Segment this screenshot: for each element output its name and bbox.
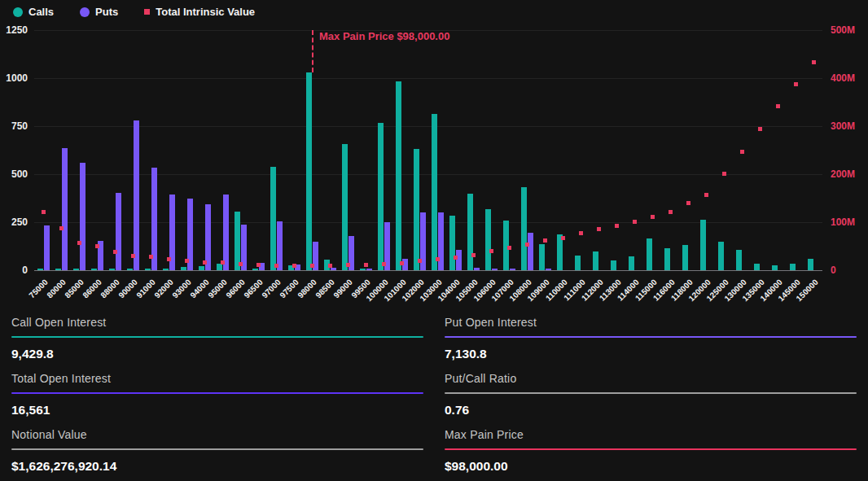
intrinsic-dot[interactable]: [525, 243, 529, 247]
calls-bar[interactable]: [736, 250, 742, 270]
intrinsic-dot[interactable]: [436, 257, 440, 261]
intrinsic-dot[interactable]: [776, 104, 780, 108]
puts-bar[interactable]: [474, 268, 480, 270]
intrinsic-dot[interactable]: [507, 246, 511, 250]
puts-bar[interactable]: [223, 195, 229, 270]
calls-bar[interactable]: [664, 248, 670, 270]
calls-bar[interactable]: [109, 269, 115, 270]
intrinsic-dot[interactable]: [256, 263, 261, 267]
intrinsic-dot[interactable]: [579, 231, 583, 235]
intrinsic-dot[interactable]: [597, 227, 601, 231]
intrinsic-dot[interactable]: [400, 261, 404, 265]
calls-bar[interactable]: [127, 269, 133, 270]
intrinsic-dot[interactable]: [651, 215, 655, 219]
intrinsic-dot[interactable]: [794, 82, 798, 86]
intrinsic-dot[interactable]: [561, 236, 565, 240]
puts-bar[interactable]: [438, 212, 444, 271]
calls-bar[interactable]: [270, 167, 276, 270]
intrinsic-dot[interactable]: [203, 260, 207, 265]
puts-bar[interactable]: [331, 268, 336, 270]
puts-bar[interactable]: [80, 163, 85, 270]
calls-bar[interactable]: [360, 269, 366, 270]
calls-bar[interactable]: [199, 266, 204, 270]
calls-bar[interactable]: [163, 269, 169, 270]
legend-item-intrinsic[interactable]: Total Intrinsic Value: [144, 6, 255, 18]
puts-bar[interactable]: [456, 250, 462, 270]
calls-bar[interactable]: [91, 269, 97, 270]
calls-bar[interactable]: [181, 267, 186, 270]
intrinsic-dot[interactable]: [615, 224, 619, 228]
calls-bar[interactable]: [145, 269, 151, 270]
intrinsic-dot[interactable]: [77, 241, 81, 245]
calls-bar[interactable]: [808, 259, 813, 270]
calls-bar[interactable]: [37, 269, 43, 270]
intrinsic-dot[interactable]: [471, 253, 476, 257]
intrinsic-dot[interactable]: [722, 172, 726, 176]
calls-bar[interactable]: [342, 144, 348, 270]
intrinsic-dot[interactable]: [131, 254, 135, 258]
calls-bar[interactable]: [682, 245, 688, 270]
puts-bar[interactable]: [44, 225, 50, 270]
calls-bar[interactable]: [539, 244, 545, 270]
calls-bar[interactable]: [217, 264, 222, 270]
intrinsic-dot[interactable]: [42, 210, 46, 214]
calls-bar[interactable]: [611, 260, 616, 270]
calls-bar[interactable]: [593, 251, 598, 270]
calls-bar[interactable]: [647, 238, 652, 270]
calls-bar[interactable]: [432, 114, 437, 270]
intrinsic-dot[interactable]: [95, 244, 99, 248]
calls-bar[interactable]: [790, 264, 796, 270]
calls-bar[interactable]: [700, 220, 706, 270]
intrinsic-dot[interactable]: [812, 60, 816, 64]
intrinsic-dot[interactable]: [454, 256, 458, 260]
puts-bar[interactable]: [510, 269, 515, 270]
calls-bar[interactable]: [521, 187, 527, 270]
intrinsic-dot[interactable]: [633, 220, 637, 224]
intrinsic-dot[interactable]: [740, 150, 744, 154]
intrinsic-dot[interactable]: [704, 193, 708, 197]
calls-bar[interactable]: [449, 216, 455, 270]
calls-bar[interactable]: [235, 212, 240, 270]
intrinsic-dot[interactable]: [669, 210, 673, 214]
legend-item-puts[interactable]: Puts: [80, 6, 118, 18]
intrinsic-dot[interactable]: [113, 250, 117, 254]
intrinsic-dot[interactable]: [239, 262, 243, 266]
intrinsic-dot[interactable]: [328, 264, 332, 268]
puts-bar[interactable]: [116, 193, 121, 270]
calls-bar[interactable]: [485, 209, 491, 270]
intrinsic-dot[interactable]: [274, 264, 278, 268]
puts-bar[interactable]: [492, 269, 498, 270]
calls-bar[interactable]: [718, 242, 724, 270]
intrinsic-dot[interactable]: [686, 201, 690, 205]
puts-bar[interactable]: [546, 269, 551, 270]
calls-bar[interactable]: [378, 123, 384, 270]
intrinsic-dot[interactable]: [364, 263, 368, 267]
intrinsic-dot[interactable]: [167, 257, 171, 261]
intrinsic-dot[interactable]: [221, 260, 225, 265]
calls-bar[interactable]: [414, 149, 419, 270]
puts-bar[interactable]: [366, 269, 372, 270]
intrinsic-dot[interactable]: [310, 264, 314, 268]
intrinsic-dot[interactable]: [758, 127, 762, 131]
intrinsic-dot[interactable]: [59, 226, 64, 230]
intrinsic-dot[interactable]: [292, 264, 296, 268]
calls-bar[interactable]: [306, 72, 312, 270]
intrinsic-dot[interactable]: [185, 259, 189, 263]
puts-bar[interactable]: [528, 233, 533, 270]
calls-bar[interactable]: [467, 194, 473, 270]
calls-bar[interactable]: [396, 81, 401, 270]
legend-item-calls[interactable]: Calls: [13, 6, 54, 18]
intrinsic-dot[interactable]: [382, 262, 386, 266]
intrinsic-dot[interactable]: [418, 259, 422, 263]
intrinsic-dot[interactable]: [543, 238, 547, 243]
calls-bar[interactable]: [73, 269, 79, 270]
calls-bar[interactable]: [754, 264, 760, 270]
calls-bar[interactable]: [772, 265, 778, 270]
calls-bar[interactable]: [55, 269, 61, 270]
puts-bar[interactable]: [62, 148, 68, 270]
calls-bar[interactable]: [575, 256, 581, 270]
intrinsic-dot[interactable]: [346, 263, 350, 267]
calls-bar[interactable]: [629, 256, 634, 270]
puts-bar[interactable]: [134, 120, 139, 270]
intrinsic-dot[interactable]: [489, 249, 493, 253]
